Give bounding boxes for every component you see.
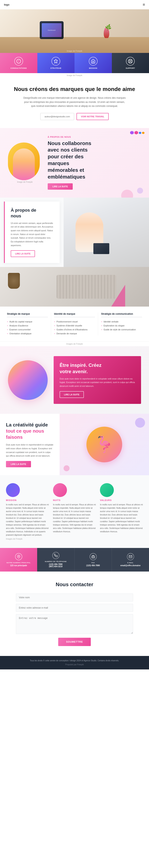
list-item: –Guides d'icônes et d'illustrations — [54, 328, 95, 332]
mission-icon — [89, 57, 98, 66]
email-value: email@offre.domaine — [120, 564, 141, 566]
footer-credit: Propulsé par Freepik — [6, 663, 143, 666]
list-item: –Guide de style de communication — [101, 328, 142, 332]
list-item: –Identité verbale — [101, 320, 142, 323]
team-text-3: In mollis nunc sed id semper. Risus at u… — [100, 503, 143, 533]
hero-section: Dashboard 🌿 Image de Freepik — [0, 9, 149, 53]
intro-section: Nous créons des marques que le monde aim… — [0, 78, 149, 128]
list-item: –Positionnement visuel — [54, 320, 95, 323]
mission-label: MISSION — [89, 67, 97, 69]
brand-strategy-col: Stratégie de marque –Audit du capital ma… — [4, 312, 51, 336]
flamingo-circle: 🦩 — [86, 427, 122, 462]
team-valeurs-col: VALEURS In mollis nunc sed id semper. Ri… — [100, 483, 143, 540]
team-role-2: NUITS — [53, 499, 96, 501]
brand-identity-title: Identité de marque — [54, 312, 95, 317]
intro-cta-btn[interactable]: VOIR NOTRE TRAVAIL — [76, 113, 109, 120]
about-us-card: À propos de nous Ut enim ad minim veniam… — [4, 202, 59, 263]
brand-identity-list: –Positionnement visuel –Système d'identi… — [54, 320, 95, 336]
about-pink-cta[interactable]: LIRE LA SUITE — [48, 183, 73, 190]
team-avatar-2 — [53, 483, 67, 497]
nav-menu-icon[interactable]: ≡ — [143, 2, 145, 7]
deco-hexagons — [130, 131, 146, 134]
list-item: –Analyse d'audience — [7, 323, 48, 328]
svg-line-4 — [131, 62, 132, 63]
address-label: NOTRE NUMÉRO PRINCIPAL — [6, 562, 31, 564]
hero-credit: Image de Freepik — [67, 50, 82, 52]
intro-heading: Nous créons des marques que le monde aim… — [12, 86, 137, 93]
strategie-icon — [51, 57, 60, 66]
inspire-cta[interactable]: LIRE LA SUITE — [59, 391, 84, 398]
contact-email-input[interactable] — [16, 604, 133, 612]
about-us-cta[interactable]: LIRE LA SUITE — [11, 250, 35, 257]
contact-info-row: NOTRE NUMÉRO PRINCIPAL 123 rue principal… — [0, 548, 149, 571]
team-role-1: MISSION — [6, 499, 49, 501]
brand-communication-col: Stratégie de communication –Identité ver… — [98, 312, 145, 336]
form-email-group — [16, 604, 133, 612]
contact-name-input[interactable] — [16, 593, 133, 601]
list-item: –Orientation stratégique — [7, 332, 48, 336]
service-icons-row: CONSULTATIONS STRATÉGIE MISSION SUPPORT — [0, 53, 149, 73]
consultations-icon — [14, 57, 23, 66]
svg-rect-8 — [92, 556, 95, 558]
contact-form: SOUMETTRE — [16, 593, 133, 646]
team-text-2: In mollis nunc sed id semper. Risus at u… — [53, 503, 96, 533]
footer: Tous les droits © cette année de concept… — [0, 656, 149, 670]
support-icon — [126, 57, 135, 66]
services-freepik-credit: Image de Freepik — [0, 73, 149, 78]
creativity-cta[interactable]: LIRE LA SUITE — [6, 461, 31, 467]
contact-phone: NUMÉRO DE TÉLÉPHONE (123) 456-7890 (987)… — [37, 548, 74, 571]
team-role-3: VALEURS — [100, 499, 143, 501]
intro-email-btn[interactable]: auteur@designstudio.com — [40, 113, 74, 120]
brand-services-freepik: Images de Freepik — [0, 342, 149, 346]
about-us-section: À propos de nous Ut enim ad minim veniam… — [0, 197, 149, 267]
inspire-section: Être inspiré. Créez votre avenir. Duis a… — [0, 346, 149, 413]
keyboard-section — [0, 267, 149, 307]
service-item-consultations[interactable]: CONSULTATIONS — [0, 53, 38, 73]
contact-address: NOTRE NUMÉRO PRINCIPAL 123 rue principal… — [0, 548, 37, 571]
consultations-label: CONSULTATIONS — [10, 67, 27, 69]
about-pink-label: À PROPOS DE NOUS — [48, 136, 141, 138]
about-us-paragraph: Ut enim ad minim veniam, aque perferendi… — [11, 221, 54, 247]
footer-text: Tous les droits © cette année de concept… — [6, 659, 143, 662]
about-pink-heading: Nous collaborons avec nos clients pour c… — [48, 140, 141, 180]
service-item-mission[interactable]: MISSION — [74, 53, 112, 73]
deco-circle-purple — [137, 188, 143, 194]
service-item-support[interactable]: SUPPORT — [112, 53, 149, 73]
phone-value: (123) 456-7890 (987) 654-3210 — [49, 563, 63, 567]
team-freepik-1: Images de Freepik — [6, 538, 49, 540]
about-pink-freepik: Image de Freepik — [8, 181, 42, 183]
list-item: –Audit du capital marque — [7, 320, 48, 323]
about-us-heading: À propos de nous — [11, 208, 54, 219]
contact-email: E-MAIL email@offre.domaine — [112, 548, 149, 571]
fax-label: FAX — [91, 562, 95, 564]
address-icon — [15, 553, 22, 560]
about-person-image: Image de Freepik — [8, 143, 42, 183]
services-list-section: Stratégie de marque –Audit du capital ma… — [0, 307, 149, 342]
team-mission-col: MISSION In mollis nunc sed id semper. Ri… — [6, 483, 49, 540]
fax-value: (123) 456-7890 — [86, 564, 100, 566]
navbar: logo ≡ — [0, 0, 149, 9]
team-avatar-1 — [6, 483, 20, 497]
contact-fax: FAX (123) 456-7890 — [74, 548, 112, 571]
inspire-heading: Être inspiré. Créez votre avenir. — [59, 362, 135, 374]
contact-message-input[interactable] — [16, 614, 133, 634]
inspire-gradient-orb — [8, 360, 48, 400]
deco-pink-circle-sm — [64, 465, 70, 471]
phone-icon — [52, 552, 59, 559]
service-item-strategie[interactable]: STRATÉGIE — [38, 53, 75, 73]
intro-paragraph: DesignStudio est une marque internationa… — [23, 96, 126, 108]
creativity-text: La créativité guide tout ce que nous fai… — [0, 414, 59, 475]
brand-strategy-list: –Audit du capital marque –Analyse d'audi… — [7, 320, 48, 336]
coffee-cup — [8, 273, 20, 289]
phone-label: NUMÉRO DE TÉLÉPHONE — [45, 561, 67, 562]
list-item: –Exploration du slogan — [101, 323, 142, 328]
contact-form-section: Nous contacter SOUMETTRE — [0, 571, 149, 656]
list-item: –Système d'identité visuelle — [54, 323, 95, 328]
creativity-section: La créativité guide tout ce que nous fai… — [0, 414, 149, 475]
form-message-group — [16, 614, 133, 634]
svg-line-6 — [131, 60, 132, 60]
about-us-image — [64, 197, 149, 267]
team-section: MISSION In mollis nunc sed id semper. Ri… — [0, 475, 149, 548]
brand-strategy-title: Stratégie de marque — [7, 312, 48, 317]
submit-button[interactable]: SOUMETTRE — [58, 638, 91, 646]
